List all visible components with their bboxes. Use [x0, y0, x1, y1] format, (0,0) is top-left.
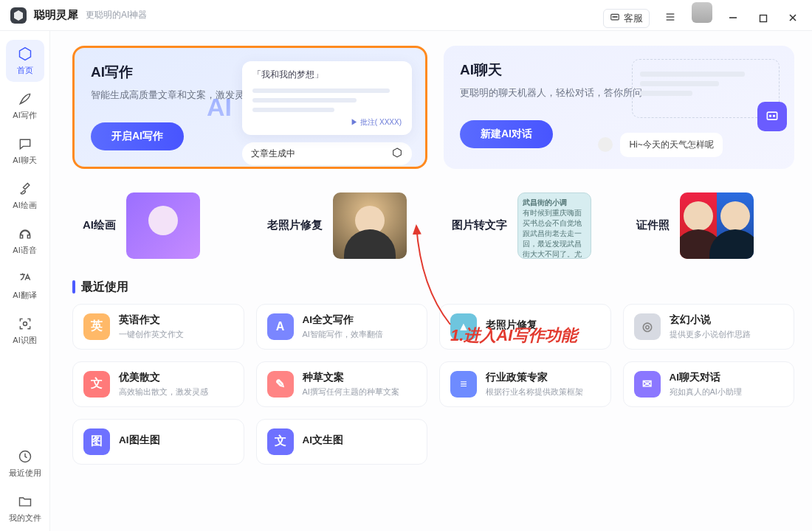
clock-icon — [17, 448, 33, 465]
ocr-thumbnail: 武昌街的小调 有时候到重庆嗨面买书总会不自觉地跟武昌街老去走一回，最近发现武昌街… — [517, 192, 591, 259]
fantasy-novel-icon: ◎ — [634, 313, 661, 340]
minimize-button[interactable] — [724, 9, 742, 27]
preview-note: ▶ 批注( XXXX) — [252, 117, 402, 128]
recent-item[interactable]: AAI全文写作AI智能写作，效率翻倍 — [256, 304, 428, 350]
sidebar-item-label: AI绘画 — [13, 200, 36, 211]
prose-icon: 文 — [83, 371, 110, 398]
idphoto-thumbnail — [680, 192, 754, 259]
hero-chat-card[interactable]: AI聊天 更聪明的聊天机器人，轻松对话，答你所问~ 新建AI对话 Hi~今天的天… — [444, 46, 794, 169]
tool-title: AI绘画 — [83, 218, 116, 232]
svg-point-17 — [770, 115, 771, 117]
menu-button[interactable] — [661, 8, 679, 26]
recent-item[interactable]: 英英语作文一键创作英文作文 — [72, 304, 244, 350]
new-chat-button[interactable]: 新建AI对话 — [460, 120, 553, 148]
policy-expert-icon: ≡ — [450, 371, 477, 398]
sidebar-item-ocr[interactable]: AI识图 — [6, 310, 44, 352]
chat-user-bubble: Hi~今天的天气怎样呢 — [620, 133, 722, 157]
title-bar: 聪明灵犀 更聪明的AI神器 客服 — [0, 0, 812, 31]
svg-marker-12 — [19, 48, 30, 60]
svg-point-2 — [613, 16, 613, 17]
grass-copy-icon: ✎ — [267, 371, 294, 398]
sidebar-item-label: AI聊天 — [13, 155, 36, 166]
chat-preview: Hi~今天的天气怎样呢 你好呀，今天天气晴朗… — [598, 56, 782, 169]
recent-item[interactable]: ✎种草文案AI撰写任何主题的种草文案 — [256, 361, 428, 407]
tool-title: 证件照 — [636, 218, 670, 232]
hex-icon — [391, 147, 403, 161]
feather-icon — [17, 91, 33, 107]
svg-rect-16 — [767, 112, 777, 119]
recent-item[interactable]: ▲老照片修复 — [439, 304, 611, 350]
maximize-button[interactable] — [754, 10, 772, 27]
svg-point-13 — [23, 322, 27, 326]
recent-item[interactable]: 文AI文生图 — [256, 419, 428, 465]
sidebar-item-recent[interactable]: 最近使用 — [6, 442, 44, 485]
chat-icon — [610, 13, 620, 25]
sidebar-item-label: 首页 — [17, 65, 33, 76]
folder-icon — [17, 493, 33, 510]
support-label: 客服 — [624, 12, 643, 25]
sidebar-item-label: AI翻译 — [13, 290, 36, 301]
svg-point-3 — [614, 16, 615, 17]
sidebar-item-voice[interactable]: AI语音 — [6, 220, 44, 262]
sidebar-item-home[interactable]: 首页 — [6, 40, 44, 82]
main-content: AI写作 智能生成高质量文章和文案，激发灵感，效率飙升~ 开启AI写作 AI 「… — [50, 31, 812, 531]
write-preview: AI 「我和我的梦想」 ▶ 批注( XXXX) 文章生成中 — [242, 61, 412, 152]
user-avatar[interactable] — [692, 2, 712, 23]
sidebar-item-label: AI识图 — [13, 335, 36, 346]
app-tagline: 更聪明的AI神器 — [86, 9, 147, 21]
sidebar-item-label: 我的文件 — [9, 513, 41, 524]
generation-status: 文章生成中 — [242, 142, 412, 165]
img2img-icon: 图 — [83, 428, 110, 455]
app-logo — [10, 7, 27, 24]
sidebar-item-files[interactable]: 我的文件 — [6, 487, 44, 530]
close-button[interactable] — [784, 9, 802, 27]
tool-title: 图片转文字 — [452, 218, 507, 232]
recent-item[interactable]: ✉AI聊天对话宛如真人的AI小助理 — [623, 361, 795, 407]
headphones-icon — [17, 226, 33, 242]
photo-restore-icon: ▲ — [450, 313, 477, 340]
recent-item[interactable]: 图AI图生图 — [72, 419, 244, 465]
scan-icon — [17, 316, 33, 332]
home-icon — [17, 46, 33, 62]
chat-bubble-icon — [17, 136, 33, 152]
sidebar-item-label: AI语音 — [13, 245, 36, 256]
sidebar-item-write[interactable]: AI写作 — [6, 85, 44, 127]
ai-chat-icon: ✉ — [634, 371, 661, 398]
translate-icon — [17, 271, 33, 287]
svg-point-4 — [616, 16, 616, 17]
sidebar-item-draw[interactable]: AI绘画 — [6, 175, 44, 217]
sidebar-item-chat[interactable]: AI聊天 — [6, 130, 44, 172]
txt2img-icon: 文 — [267, 428, 294, 455]
tool-title: 老照片修复 — [267, 218, 323, 232]
svg-marker-0 — [14, 10, 23, 21]
recent-heading: 最近使用 — [72, 280, 794, 295]
drawing-thumbnail — [126, 192, 200, 259]
preview-doc-title: 「我和我的梦想」 — [252, 69, 402, 81]
tool-idphoto-card[interactable]: 证件照 — [626, 182, 794, 269]
recent-item[interactable]: ≡行业政策专家根据行业名称提供政策框架 — [439, 361, 611, 407]
sidebar-item-label: AI写作 — [13, 110, 36, 121]
photo-thumbnail — [333, 192, 407, 259]
hero-write-card[interactable]: AI写作 智能生成高质量文章和文案，激发灵感，效率飙升~ 开启AI写作 AI 「… — [72, 46, 427, 169]
chat-fab-icon — [757, 102, 787, 131]
full-write-icon: A — [267, 313, 294, 340]
tool-ocr-card[interactable]: 图片转文字 武昌街的小调 有时候到重庆嗨面买书总会不自觉地跟武昌街老去走一回，最… — [441, 182, 610, 269]
support-button[interactable]: 客服 — [603, 9, 650, 28]
app-name: 聪明灵犀 — [34, 8, 78, 22]
brush-icon — [17, 181, 33, 197]
tool-draw-card[interactable]: AI绘画 — [72, 182, 241, 269]
tool-restore-card[interactable]: 老照片修复 — [257, 182, 425, 269]
sidebar-item-translate[interactable]: AI翻译 — [6, 265, 44, 307]
svg-marker-15 — [393, 148, 402, 157]
sidebar-item-label: 最近使用 — [9, 468, 41, 479]
recent-item[interactable]: ◎玄幻小说提供更多小说创作思路 — [623, 304, 795, 350]
start-write-button[interactable]: 开启AI写作 — [91, 122, 184, 150]
recent-item[interactable]: 文优美散文高效输出散文，激发灵感 — [72, 361, 244, 407]
svg-point-18 — [774, 115, 775, 117]
english-essay-icon: 英 — [83, 313, 110, 340]
ai-watermark: AI — [207, 93, 232, 122]
svg-rect-9 — [760, 15, 766, 21]
sidebar: 首页 AI写作 AI聊天 AI绘画 AI语音 AI翻译 AI识图 最近使用 我的… — [0, 31, 50, 531]
user-mini-avatar — [598, 137, 613, 152]
